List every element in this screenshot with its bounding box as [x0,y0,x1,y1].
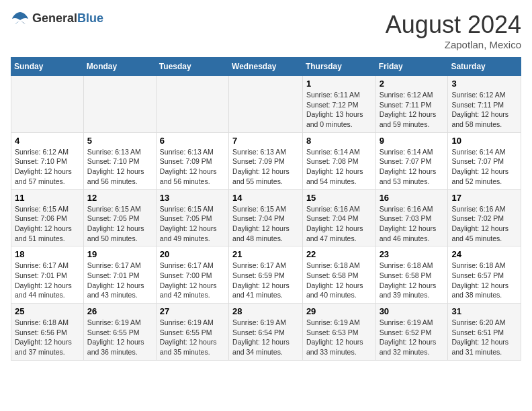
calendar-cell: 31Sunrise: 6:20 AMSunset: 6:51 PMDayligh… [448,304,521,361]
day-info: Sunrise: 6:20 AMSunset: 6:51 PMDaylight:… [451,318,517,357]
day-number: 17 [451,193,517,203]
calendar-week-2: 4Sunrise: 6:12 AMSunset: 7:10 PMDaylight… [11,132,521,189]
day-number: 27 [160,306,225,316]
day-info: Sunrise: 6:18 AMSunset: 6:58 PMDaylight:… [306,261,372,300]
calendar-cell: 13Sunrise: 6:15 AMSunset: 7:05 PMDayligh… [156,189,228,246]
day-number: 6 [160,136,225,146]
calendar-cell: 8Sunrise: 6:14 AMSunset: 7:08 PMDaylight… [302,132,375,189]
location-subtitle: Zapotlan, Mexico [386,39,521,50]
calendar-cell: 11Sunrise: 6:15 AMSunset: 7:06 PMDayligh… [11,189,84,246]
col-header-thursday: Thursday [302,58,375,76]
day-info: Sunrise: 6:19 AMSunset: 6:54 PMDaylight:… [232,318,299,357]
col-header-friday: Friday [375,58,448,76]
logo-blue: Blue [77,11,103,25]
day-number: 22 [306,249,372,259]
calendar-cell: 26Sunrise: 6:19 AMSunset: 6:55 PMDayligh… [83,304,156,361]
day-info: Sunrise: 6:13 AMSunset: 7:09 PMDaylight:… [232,147,299,187]
day-number: 15 [306,193,372,203]
calendar-cell: 10Sunrise: 6:14 AMSunset: 7:07 PMDayligh… [448,132,521,189]
logo-text: GeneralBlue [32,11,103,26]
calendar-cell: 6Sunrise: 6:13 AMSunset: 7:09 PMDaylight… [156,132,228,189]
calendar-cell: 16Sunrise: 6:16 AMSunset: 7:03 PMDayligh… [375,189,448,246]
col-header-monday: Monday [83,58,156,76]
day-number: 3 [451,79,517,89]
calendar-cell: 23Sunrise: 6:18 AMSunset: 6:58 PMDayligh… [375,246,448,304]
day-info: Sunrise: 6:18 AMSunset: 6:57 PMDaylight:… [451,261,517,300]
day-number: 29 [306,306,372,316]
calendar-cell: 25Sunrise: 6:18 AMSunset: 6:56 PMDayligh… [11,304,84,361]
day-info: Sunrise: 6:14 AMSunset: 7:07 PMDaylight:… [380,147,445,187]
calendar-table: SundayMondayTuesdayWednesdayThursdayFrid… [11,57,521,361]
calendar-cell: 21Sunrise: 6:17 AMSunset: 6:59 PMDayligh… [229,246,303,304]
page-header: GeneralBlue August 2024 Zapotlan, Mexico [11,11,521,50]
calendar-cell: 17Sunrise: 6:16 AMSunset: 7:02 PMDayligh… [448,189,521,246]
day-info: Sunrise: 6:12 AMSunset: 7:10 PMDaylight:… [15,147,80,187]
day-number: 20 [160,249,225,259]
day-info: Sunrise: 6:17 AMSunset: 7:01 PMDaylight:… [15,261,80,300]
col-header-tuesday: Tuesday [156,58,228,76]
day-number: 24 [451,249,517,259]
day-info: Sunrise: 6:15 AMSunset: 7:05 PMDaylight:… [160,204,225,244]
logo: GeneralBlue [11,11,103,26]
day-number: 30 [380,306,445,316]
calendar-week-1: 1Sunrise: 6:11 AMSunset: 7:12 PMDaylight… [11,76,521,133]
day-info: Sunrise: 6:16 AMSunset: 7:02 PMDaylight:… [451,204,517,244]
calendar-cell: 7Sunrise: 6:13 AMSunset: 7:09 PMDaylight… [229,132,303,189]
day-number: 5 [87,136,152,146]
day-info: Sunrise: 6:13 AMSunset: 7:09 PMDaylight:… [160,147,225,187]
logo-bird-icon [11,11,30,26]
day-info: Sunrise: 6:16 AMSunset: 7:03 PMDaylight:… [380,204,445,244]
col-header-saturday: Saturday [448,58,521,76]
day-info: Sunrise: 6:11 AMSunset: 7:12 PMDaylight:… [306,90,372,130]
day-number: 7 [232,136,299,146]
calendar-cell: 9Sunrise: 6:14 AMSunset: 7:07 PMDaylight… [375,132,448,189]
day-number: 31 [451,306,517,316]
col-header-sunday: Sunday [11,58,84,76]
day-info: Sunrise: 6:19 AMSunset: 6:55 PMDaylight:… [87,318,152,357]
calendar-cell: 24Sunrise: 6:18 AMSunset: 6:57 PMDayligh… [448,246,521,304]
calendar-week-5: 25Sunrise: 6:18 AMSunset: 6:56 PMDayligh… [11,304,521,361]
calendar-cell: 18Sunrise: 6:17 AMSunset: 7:01 PMDayligh… [11,246,84,304]
day-info: Sunrise: 6:17 AMSunset: 7:01 PMDaylight:… [87,261,152,300]
day-info: Sunrise: 6:16 AMSunset: 7:04 PMDaylight:… [306,204,372,244]
day-number: 4 [15,136,80,146]
calendar-cell: 2Sunrise: 6:12 AMSunset: 7:11 PMDaylight… [375,76,448,133]
day-number: 8 [306,136,372,146]
logo-general: General [32,11,77,25]
day-info: Sunrise: 6:15 AMSunset: 7:06 PMDaylight:… [15,204,80,244]
calendar-cell: 14Sunrise: 6:15 AMSunset: 7:04 PMDayligh… [229,189,303,246]
day-number: 16 [380,193,445,203]
calendar-cell: 15Sunrise: 6:16 AMSunset: 7:04 PMDayligh… [302,189,375,246]
calendar-cell: 3Sunrise: 6:12 AMSunset: 7:11 PMDaylight… [448,76,521,133]
day-number: 10 [451,136,517,146]
day-info: Sunrise: 6:19 AMSunset: 6:55 PMDaylight:… [160,318,225,357]
day-number: 28 [232,306,299,316]
title-block: August 2024 Zapotlan, Mexico [386,11,521,50]
day-info: Sunrise: 6:18 AMSunset: 6:58 PMDaylight:… [380,261,445,300]
day-info: Sunrise: 6:12 AMSunset: 7:11 PMDaylight:… [380,90,445,130]
day-info: Sunrise: 6:15 AMSunset: 7:05 PMDaylight:… [87,204,152,244]
col-header-wednesday: Wednesday [229,58,303,76]
calendar-week-4: 18Sunrise: 6:17 AMSunset: 7:01 PMDayligh… [11,246,521,304]
calendar-cell: 29Sunrise: 6:19 AMSunset: 6:53 PMDayligh… [302,304,375,361]
day-number: 23 [380,249,445,259]
calendar-cell [229,76,303,133]
day-number: 12 [87,193,152,203]
header-row: SundayMondayTuesdayWednesdayThursdayFrid… [11,58,521,76]
day-info: Sunrise: 6:17 AMSunset: 7:00 PMDaylight:… [160,261,225,300]
day-info: Sunrise: 6:18 AMSunset: 6:56 PMDaylight:… [15,318,80,357]
day-number: 9 [380,136,445,146]
day-number: 18 [15,249,80,259]
day-number: 26 [87,306,152,316]
month-year-title: August 2024 [386,11,521,39]
calendar-cell: 19Sunrise: 6:17 AMSunset: 7:01 PMDayligh… [83,246,156,304]
calendar-cell: 4Sunrise: 6:12 AMSunset: 7:10 PMDaylight… [11,132,84,189]
calendar-body: 1Sunrise: 6:11 AMSunset: 7:12 PMDaylight… [11,76,521,361]
day-number: 19 [87,249,152,259]
calendar-cell [11,76,84,133]
day-info: Sunrise: 6:17 AMSunset: 6:59 PMDaylight:… [232,261,299,300]
calendar-cell: 30Sunrise: 6:19 AMSunset: 6:52 PMDayligh… [375,304,448,361]
calendar-cell: 1Sunrise: 6:11 AMSunset: 7:12 PMDaylight… [302,76,375,133]
calendar-cell: 22Sunrise: 6:18 AMSunset: 6:58 PMDayligh… [302,246,375,304]
calendar-cell: 5Sunrise: 6:13 AMSunset: 7:10 PMDaylight… [83,132,156,189]
